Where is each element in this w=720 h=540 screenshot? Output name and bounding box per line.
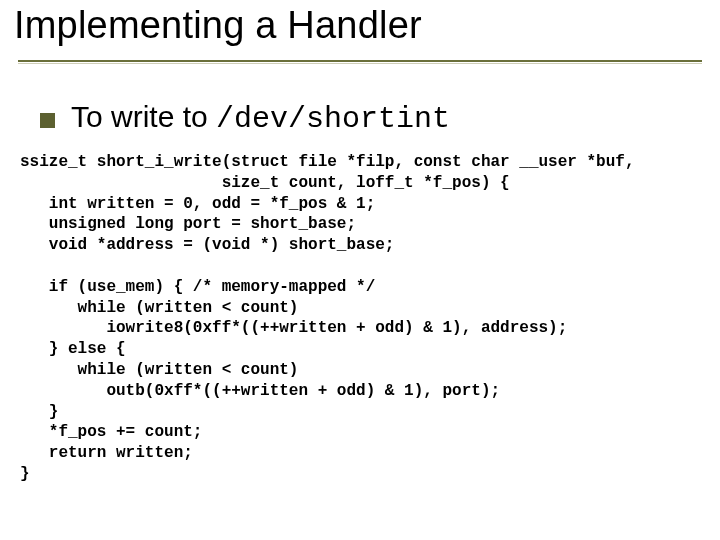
bullet-prefix: To write to	[71, 100, 216, 133]
title-block: Implementing a Handler	[14, 4, 706, 53]
code-block: ssize_t short_i_write(struct file *filp,…	[20, 152, 700, 485]
bullet-code: /dev/shortint	[216, 102, 450, 136]
slide: Implementing a Handler To write to /dev/…	[0, 0, 720, 540]
bullet-row: To write to /dev/shortint	[40, 100, 450, 136]
square-bullet-icon	[40, 113, 55, 128]
title-underline-shadow	[18, 63, 702, 64]
bullet-text: To write to /dev/shortint	[71, 100, 450, 136]
title-underline	[18, 60, 702, 62]
slide-title: Implementing a Handler	[14, 4, 706, 53]
